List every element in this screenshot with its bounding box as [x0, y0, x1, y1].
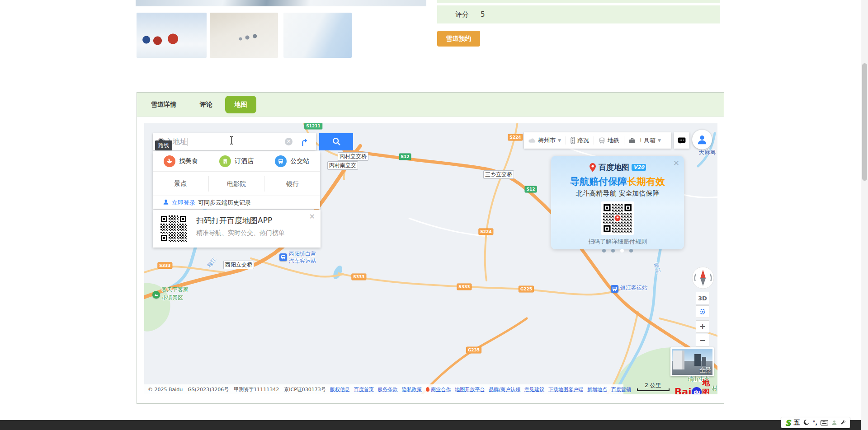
footer-link[interactable]: 百度首页 — [354, 386, 374, 393]
map-label-interchange: 丙村立交桥 — [338, 152, 368, 161]
user-avatar[interactable] — [692, 130, 712, 150]
ad-caption: 扫码了解详细赔付规则 — [551, 238, 684, 246]
quicklink-label: 订酒店 — [235, 157, 254, 165]
footer-link[interactable]: 隐私政策 — [402, 386, 422, 393]
search-button[interactable] — [319, 133, 353, 150]
wrench-icon[interactable] — [840, 419, 846, 427]
footer-link[interactable]: 商业合作 — [431, 387, 451, 393]
bus-icon — [275, 155, 287, 167]
road-badge: S12 — [524, 186, 537, 193]
chat-bubble-icon — [678, 137, 686, 144]
panorama-label: 全景 — [699, 366, 711, 374]
search-dropdown: 找美食 订酒店 公交站 景点 电影院 银行 — [153, 151, 320, 209]
ad-panel[interactable]: ✕ 百度地图 V20 导航赔付保障长期有效 北斗高精导航 安全加倍保障 — [551, 156, 684, 249]
tab-trail-details[interactable]: 雪道详情 — [151, 93, 176, 117]
subway-toggle[interactable]: 地铁 — [594, 136, 624, 145]
page-scrollbar[interactable] — [861, 0, 868, 430]
footer-link[interactable]: 版权信息 — [330, 386, 350, 393]
footer-link[interactable]: 服务条款 — [378, 386, 398, 393]
mouse-ibeam-cursor — [229, 136, 234, 146]
map-label-interchange: 三乡立交桥 — [483, 170, 514, 179]
map-label-station: 西阳镇白宫 — [289, 250, 316, 257]
carousel-dots — [551, 249, 684, 252]
map-copyright-bar: © 2025 Baidu - GS(2023)3206号 - 甲测资字11111… — [144, 384, 623, 394]
quicklink-hotel[interactable]: 订酒店 — [208, 155, 264, 167]
carousel-dot[interactable] — [602, 249, 606, 252]
reserve-button[interactable]: 雪道预约 — [437, 31, 480, 47]
subway-icon — [599, 137, 605, 144]
moon-icon[interactable] — [803, 419, 809, 427]
ime-toolbar[interactable]: S 五 °, — [781, 417, 850, 428]
tab-map-active[interactable]: 地图 — [225, 96, 256, 113]
footer-link[interactable]: 新增地点 — [587, 386, 607, 393]
carousel-dot-active[interactable] — [620, 249, 624, 252]
footer-link[interactable]: 百度营销 — [611, 386, 631, 393]
copyright-text: © 2025 Baidu - GS(2023)3206号 - 甲测资字11111… — [148, 386, 326, 393]
category-cinema[interactable]: 电影院 — [208, 176, 264, 192]
traffic-light-icon — [571, 137, 575, 144]
map-label-scenic: 客天下客家 — [161, 286, 189, 294]
route-icon[interactable] — [300, 137, 310, 149]
thumbnail-frost-trees[interactable] — [283, 13, 352, 58]
bus-station-icon[interactable] — [611, 285, 618, 293]
cloud-icon — [528, 138, 536, 143]
locate-icon — [699, 308, 706, 315]
traffic-toggle[interactable]: 路况 — [566, 136, 594, 145]
bus-station-icon[interactable] — [279, 253, 287, 261]
footer-link[interactable]: 品牌/商户认领 — [489, 386, 520, 393]
quicklink-food[interactable]: 找美食 — [153, 155, 208, 167]
quicklink-label: 公交站 — [290, 157, 309, 165]
footer-link[interactable]: 下载地图客户端 — [548, 386, 583, 393]
panorama-entry[interactable]: 全景 — [670, 347, 714, 376]
carousel-dot[interactable] — [611, 249, 615, 252]
promo-title: 扫码打开百度地图APP — [196, 215, 272, 226]
rating-value: 5 — [481, 10, 485, 19]
feedback-chat-button[interactable] — [674, 132, 689, 149]
quicklink-bus[interactable]: 公交站 — [264, 155, 320, 167]
flame-icon — [426, 387, 429, 392]
ad-brand: 百度地图 — [599, 162, 629, 173]
city-selector[interactable]: 梅州市▼ — [524, 136, 566, 145]
zoom-in-button[interactable]: + — [696, 320, 709, 333]
ime-account-icon[interactable] — [831, 419, 837, 427]
zoom-out-button[interactable]: − — [696, 334, 709, 346]
sogou-logo-icon[interactable]: S — [785, 418, 790, 427]
carousel-dot[interactable] — [629, 249, 633, 252]
close-icon[interactable]: ✕ — [673, 159, 679, 168]
clear-icon[interactable]: ✕ — [285, 138, 292, 145]
scrollbar-thumb[interactable] — [862, 63, 867, 181]
app-promo-panel: 扫码打开百度地图APP 精准导航、实时公交、热门榜单 ✕ — [153, 210, 321, 248]
thumbnail-snow-path[interactable] — [210, 13, 278, 58]
map-label-station: 汽车客运站 — [289, 257, 316, 265]
baidu-map[interactable]: S1211 S224 S12 S12 S224 S333 S333 S333 G… — [144, 123, 717, 394]
threed-button[interactable]: 3D — [696, 292, 709, 304]
route-tooltip: 路线 — [155, 140, 172, 150]
footer-link[interactable]: 地图开放平台 — [455, 386, 485, 393]
category-bank[interactable]: 银行 — [264, 176, 320, 192]
keyboard-icon[interactable] — [821, 419, 828, 427]
row-divider — [437, 0, 720, 3]
person-icon — [696, 134, 708, 145]
tab-comments[interactable]: 评论 — [200, 93, 212, 117]
map-label-interchange: 丙村南立交 — [327, 161, 358, 170]
locate-button[interactable] — [696, 305, 709, 318]
category-scenic[interactable]: 景点 — [153, 180, 208, 188]
user-icon — [163, 199, 169, 206]
scenic-area-icon[interactable] — [152, 291, 160, 299]
ad-version-badge: V20 — [632, 164, 646, 171]
map-label-station: 银江客运站 — [620, 284, 647, 291]
ime-wubi-mode[interactable]: 五 — [793, 419, 800, 427]
footer-link[interactable]: 意见建议 — [524, 386, 544, 393]
text-caret — [188, 138, 188, 146]
quicklink-label: 找美食 — [179, 157, 198, 165]
login-link[interactable]: 立即登录 — [172, 199, 195, 207]
road-badge: S333 — [457, 284, 472, 290]
toolbox-menu[interactable]: 工具箱▼ — [624, 136, 665, 145]
detail-card: 雪道详情 评论 地图 S1 — [137, 92, 724, 404]
search-input[interactable]: 输入地址 ✕ — [153, 133, 316, 150]
map-label-interchange: 西阳立交桥 — [223, 261, 254, 269]
ime-punctuation-mode[interactable]: °, — [812, 420, 817, 426]
thumbnail-snow-cannons[interactable] — [137, 13, 207, 58]
compass-control[interactable] — [691, 266, 715, 291]
close-icon[interactable]: ✕ — [309, 212, 315, 221]
